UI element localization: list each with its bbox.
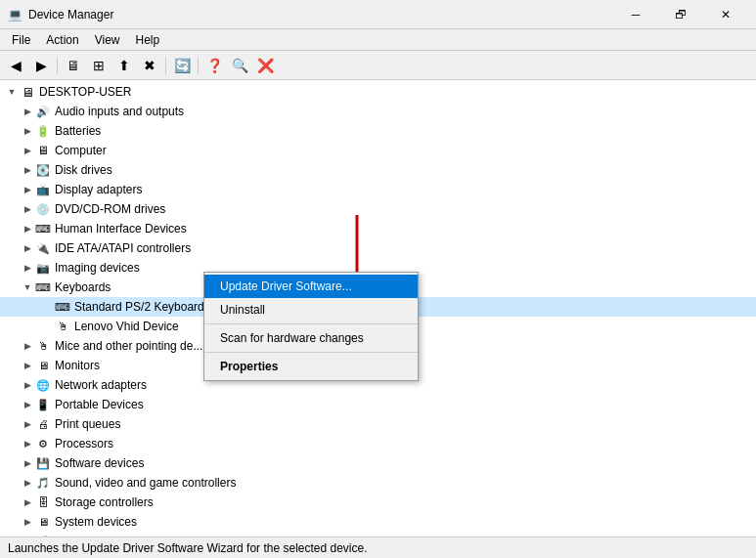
software-icon bbox=[35, 455, 51, 471]
imaging-expand: ▶ bbox=[20, 260, 35, 276]
statusbar: Launches the Update Driver Software Wiza… bbox=[0, 537, 756, 558]
toolbar-properties[interactable]: ⊞ bbox=[87, 55, 111, 76]
monitors-label: Monitors bbox=[55, 359, 100, 372]
storage-label: Storage controllers bbox=[55, 495, 154, 509]
context-menu: Update Driver Software... Uninstall Scan… bbox=[203, 272, 419, 381]
toolbar-computer[interactable]: 🖥 bbox=[62, 55, 85, 76]
mice-label: Mice and other pointing de... bbox=[55, 339, 202, 353]
tree-item-ide[interactable]: ▶ IDE ATA/ATAPI controllers bbox=[0, 238, 756, 258]
disk-icon bbox=[35, 162, 51, 178]
proc-label: Processors bbox=[55, 437, 113, 451]
lenovo-icon bbox=[55, 319, 70, 334]
toolbar-filter[interactable]: 🔍 bbox=[228, 55, 251, 76]
restore-button[interactable]: 🗗 bbox=[658, 0, 703, 29]
lenovo-label: Lenovo Vhid Device bbox=[74, 320, 179, 333]
tree-item-storage[interactable]: ▶ Storage controllers bbox=[0, 493, 756, 512]
sound-icon bbox=[35, 475, 51, 491]
ctx-update-driver[interactable]: Update Driver Software... bbox=[204, 275, 418, 298]
portable-expand: ▶ bbox=[20, 397, 35, 412]
portable-label: Portable Devices bbox=[55, 398, 144, 411]
keyboards-expand: ▼ bbox=[20, 279, 35, 295]
sound-label: Sound, video and game controllers bbox=[55, 476, 236, 490]
disk-expand: ▶ bbox=[20, 162, 35, 178]
menu-action[interactable]: Action bbox=[38, 31, 86, 49]
close-button[interactable]: ✕ bbox=[703, 0, 748, 29]
ctx-uninstall[interactable]: Uninstall bbox=[204, 298, 418, 322]
batteries-label: Batteries bbox=[55, 124, 101, 138]
tree-item-portable[interactable]: ▶ Portable Devices bbox=[0, 395, 756, 414]
ide-label: IDE ATA/ATAPI controllers bbox=[55, 241, 191, 255]
mice-icon bbox=[35, 338, 51, 354]
ctx-separator2 bbox=[204, 352, 418, 353]
tree-item-batteries[interactable]: ▶ Batteries bbox=[0, 121, 756, 141]
menu-help[interactable]: Help bbox=[128, 31, 168, 49]
tree-root[interactable]: ▼ 🖥 DESKTOP-USER bbox=[0, 82, 756, 102]
lenovo-expand bbox=[39, 319, 55, 334]
toolbar-uninstall[interactable]: ✖ bbox=[138, 55, 161, 76]
tree-item-hid[interactable]: ▶ Human Interface Devices bbox=[0, 219, 756, 238]
software-label: Software devices bbox=[55, 456, 144, 470]
dvd-label: DVD/CD-ROM drives bbox=[55, 202, 165, 216]
display-icon bbox=[35, 182, 51, 197]
toolbar-update-driver[interactable]: ⬆ bbox=[112, 55, 136, 76]
system-label: System devices bbox=[55, 515, 137, 529]
tree-item-computer[interactable]: ▶ Computer bbox=[0, 141, 756, 160]
tree-item-processors[interactable]: ▶ Processors bbox=[0, 434, 756, 453]
toolbar-help[interactable]: ❓ bbox=[202, 55, 226, 76]
tree-item-dvd[interactable]: ▶ DVD/CD-ROM drives bbox=[0, 199, 756, 219]
menu-view[interactable]: View bbox=[87, 31, 128, 49]
imaging-label: Imaging devices bbox=[55, 261, 140, 275]
hid-expand: ▶ bbox=[20, 221, 35, 236]
window-controls: ─ 🗗 ✕ bbox=[613, 0, 748, 29]
ps2kb-label: Standard PS/2 Keyboard bbox=[74, 300, 204, 314]
toolbar-scan[interactable]: 🔄 bbox=[170, 55, 194, 76]
toolbar-back[interactable]: ◀ bbox=[4, 55, 27, 76]
menubar: File Action View Help bbox=[0, 29, 756, 51]
audio-label: Audio inputs and outputs bbox=[55, 105, 184, 118]
system-icon bbox=[35, 514, 51, 530]
ps2kb-icon bbox=[55, 299, 70, 315]
tree-item-display[interactable]: ▶ Display adapters bbox=[0, 180, 756, 199]
toolbar: ◀ ▶ 🖥 ⊞ ⬆ ✖ 🔄 ❓ 🔍 ❌ bbox=[0, 51, 756, 80]
root-label: DESKTOP-USER bbox=[39, 85, 131, 99]
audio-icon bbox=[35, 104, 51, 119]
dvd-expand: ▶ bbox=[20, 201, 35, 217]
audio-expand: ▶ bbox=[20, 104, 35, 119]
ctx-scan[interactable]: Scan for hardware changes bbox=[204, 326, 418, 350]
ctx-separator bbox=[204, 323, 418, 324]
status-text: Launches the Update Driver Software Wiza… bbox=[8, 541, 368, 555]
network-label: Network adapters bbox=[55, 378, 147, 392]
display-expand: ▶ bbox=[20, 182, 35, 197]
toolbar-forward[interactable]: ▶ bbox=[29, 55, 53, 76]
menu-file[interactable]: File bbox=[4, 31, 38, 49]
print-icon bbox=[35, 416, 51, 432]
batteries-expand: ▶ bbox=[20, 123, 35, 139]
tree-item-system[interactable]: ▶ System devices bbox=[0, 512, 756, 532]
tree-item-sound[interactable]: ▶ Sound, video and game controllers bbox=[0, 473, 756, 493]
toolbar-cancel[interactable]: ❌ bbox=[253, 55, 277, 76]
network-expand: ▶ bbox=[20, 377, 35, 393]
titlebar: 💻 Device Manager ─ 🗗 ✕ bbox=[0, 0, 756, 29]
title-icon: 💻 bbox=[8, 8, 22, 21]
hid-label: Human Interface Devices bbox=[55, 222, 187, 236]
disk-label: Disk drives bbox=[55, 163, 112, 177]
sound-expand: ▶ bbox=[20, 475, 35, 491]
display-label: Display adapters bbox=[55, 183, 142, 196]
monitors-expand: ▶ bbox=[20, 358, 35, 373]
root-icon: 🖥 bbox=[20, 84, 35, 100]
hid-icon bbox=[35, 221, 51, 236]
tree-item-disk[interactable]: ▶ Disk drives bbox=[0, 160, 756, 180]
keyboards-icon bbox=[35, 279, 51, 295]
mice-expand: ▶ bbox=[20, 338, 35, 354]
system-expand: ▶ bbox=[20, 514, 35, 530]
print-label: Print queues bbox=[55, 417, 120, 431]
ctx-properties[interactable]: Properties bbox=[204, 355, 418, 378]
tree-item-audio[interactable]: ▶ Audio inputs and outputs bbox=[0, 102, 756, 121]
ps2kb-expand bbox=[39, 299, 55, 315]
main-area: ▼ 🖥 DESKTOP-USER ▶ Audio inputs and outp… bbox=[0, 80, 756, 537]
tree-item-print[interactable]: ▶ Print queues bbox=[0, 414, 756, 434]
tree-item-software[interactable]: ▶ Software devices bbox=[0, 453, 756, 473]
proc-icon bbox=[35, 436, 51, 451]
minimize-button[interactable]: ─ bbox=[613, 0, 658, 29]
title-text: Device Manager bbox=[28, 8, 613, 21]
